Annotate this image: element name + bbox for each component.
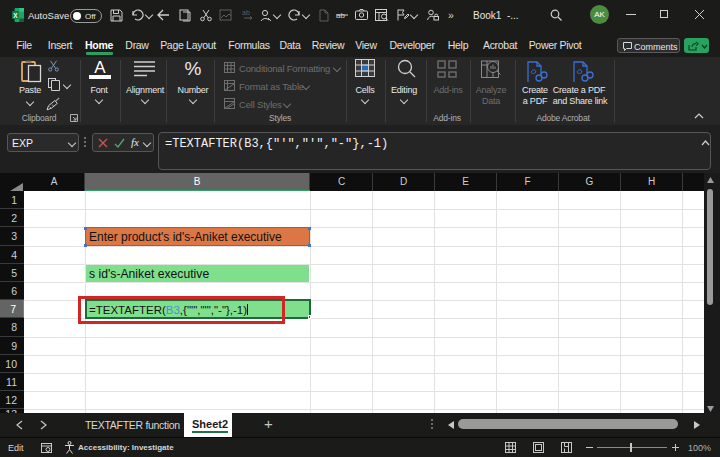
svg-text:ab: ab	[242, 9, 250, 16]
svg-text:X: X	[13, 11, 18, 19]
